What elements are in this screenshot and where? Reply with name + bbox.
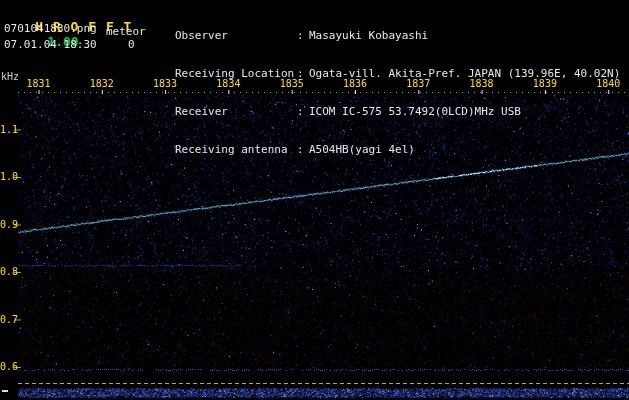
info-separator: : [297,106,309,118]
station-info-block: Observer:Masayuki Kobayashi Receiving Lo… [175,4,620,182]
time-tick-label: 1839 [533,78,557,89]
time-tick-label: 1833 [153,78,177,89]
info-value: ICOM IC-575 53.7492(0LCD)MHz USB [309,106,521,118]
time-tick-label: 1831 [26,78,50,89]
time-tick-label: 1840 [596,78,620,89]
observation-datetime: 07.01.04 18:30 [4,38,97,51]
time-tick-label: 1838 [470,78,494,89]
info-label: Receiving antenna [175,144,297,156]
time-tick-label: 1837 [406,78,430,89]
time-tick-label: 1834 [216,78,240,89]
time-tick-label: 1832 [90,78,114,89]
frequency-tick-label: 0.7 [0,314,15,325]
info-value: A504HB(yagi 4el) [309,144,415,156]
meteor-count: 0 [128,38,135,51]
output-filename: 0701041830.png [4,22,97,35]
frequency-tick-label: 0.9 [0,219,15,230]
info-separator: : [297,144,309,156]
frequency-tick-label: 0.6 [0,361,15,372]
info-separator: : [297,30,309,42]
frequency-tick-label: 0.8 [0,266,15,277]
frequency-axis-unit: kHz [1,71,19,82]
info-label: Observer [175,30,297,42]
info-row-antenna: Receiving antenna:A504HB(yagi 4el) [175,144,620,156]
time-tick-label: 1835 [280,78,304,89]
info-value: Masayuki Kobayashi [309,30,428,42]
mode-label: meteor [106,25,146,38]
frequency-tick-label: 1.1 [0,124,15,135]
info-row-receiver: Receiver:ICOM IC-575 53.7492(0LCD)MHz US… [175,106,620,118]
hrofft-screen: H R O F F T 1.00 0701041830.png meteor 0… [0,0,629,400]
info-label: Receiver [175,106,297,118]
time-tick-label: 1836 [343,78,367,89]
info-row-observer: Observer:Masayuki Kobayashi [175,30,620,42]
frequency-tick-label: 1.0 [0,171,15,182]
